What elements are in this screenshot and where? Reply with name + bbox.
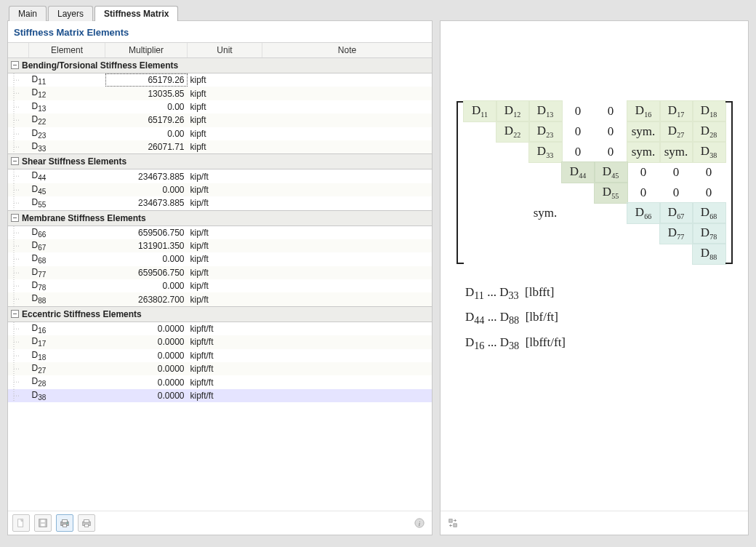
save-button[interactable] [34,514,52,532]
cell-unit: kipft/ft [188,322,262,335]
info-button[interactable]: i [411,515,427,531]
cell-note[interactable] [262,279,433,292]
cell-multiplier[interactable]: 0.0000 [105,335,188,348]
table-row[interactable]: D1165179.26kipft [8,73,432,87]
preview-button[interactable] [56,514,73,532]
table-row[interactable]: D280.0000kipft/ft [8,375,432,388]
matrix-cell [464,162,496,183]
group-header[interactable]: Shear Stiffness Elements [8,154,432,169]
cell-note[interactable] [262,322,433,335]
print-button[interactable] [78,514,95,532]
panel-row: Stiffness Matrix Elements Element Multip… [0,20,756,543]
swap-units-button[interactable] [445,515,461,531]
cell-multiplier[interactable]: 0.00 [105,127,188,140]
col-multiplier[interactable]: Multiplier [105,43,188,58]
col-unit[interactable]: Unit [188,43,262,58]
cell-unit: kip/ft [188,266,262,279]
table-row[interactable]: D77659506.750kip/ft [8,266,432,279]
collapse-toggle-icon[interactable] [11,214,19,222]
cell-multiplier[interactable]: 65179.26 [105,73,188,87]
table-row[interactable]: D380.0000kipft/ft [8,389,432,402]
cell-multiplier[interactable]: 0.0000 [105,362,188,375]
cell-multiplier[interactable]: 659506.750 [105,266,188,279]
cell-note[interactable] [262,239,433,252]
cell-element: D78 [29,279,105,292]
collapse-toggle-icon[interactable] [11,61,19,69]
table-row[interactable]: D180.0000kipft/ft [8,349,432,362]
cell-note[interactable] [262,362,433,375]
cell-note[interactable] [262,375,433,388]
matrix-cell: D27 [660,121,693,142]
cell-multiplier[interactable]: 234673.885 [105,169,188,183]
cell-multiplier[interactable]: 0.0000 [105,322,188,335]
cell-note[interactable] [262,225,433,239]
cell-multiplier[interactable]: 13035.85 [105,87,188,100]
table-row[interactable]: D1213035.85kipft [8,87,432,100]
collapse-toggle-icon[interactable] [11,310,19,318]
cell-multiplier[interactable]: 234673.885 [105,196,188,210]
cell-note[interactable] [262,335,433,348]
cell-multiplier[interactable]: 659506.750 [105,225,188,239]
cell-note[interactable] [262,266,433,279]
table-row[interactable]: D680.000kip/ft [8,252,432,265]
cell-note[interactable] [262,349,433,362]
new-button[interactable] [12,514,30,532]
collapse-toggle-icon[interactable] [11,157,19,165]
svg-rect-51 [84,520,89,523]
table-row[interactable]: D67131901.350kip/ft [8,239,432,252]
svg-point-49 [67,522,68,524]
col-note[interactable]: Note [262,43,433,58]
cell-multiplier[interactable]: 0.0000 [105,349,188,362]
matrix-cell: 0 [595,121,627,142]
cell-note[interactable] [262,100,433,113]
table-row[interactable]: D55234673.885kip/ft [8,196,432,210]
group-header[interactable]: Membrane Stiffness Elements [8,210,432,225]
cell-note[interactable] [262,183,433,196]
table-row[interactable]: D270.0000kipft/ft [8,362,432,375]
cell-multiplier[interactable]: 0.0000 [105,375,188,388]
table-row[interactable]: D44234673.885kip/ft [8,169,432,183]
cell-multiplier[interactable]: 0.0000 [105,389,188,402]
table-row[interactable]: D66659506.750kip/ft [8,225,432,239]
table-row[interactable]: D88263802.700kip/ft [8,292,432,306]
matrix-cell: D23 [529,121,562,142]
cell-note[interactable] [262,252,433,265]
cell-multiplier[interactable]: 0.000 [105,279,188,292]
cell-multiplier[interactable]: 26071.71 [105,140,188,154]
cell-note[interactable] [262,73,433,87]
cell-multiplier[interactable]: 0.000 [105,183,188,196]
table-row[interactable]: D170.0000kipft/ft [8,335,432,348]
col-element[interactable]: Element [29,43,105,58]
matrix-cell: D45 [595,162,627,183]
table-row[interactable]: D160.0000kipft/ft [8,322,432,335]
matrix-cell [562,223,595,244]
group-header[interactable]: Bending/Torsional Stiffness Elements [8,58,432,73]
cell-note[interactable] [262,113,433,127]
matrix-cell: D88 [693,244,725,264]
cell-multiplier[interactable]: 0.00 [105,100,188,113]
table-row[interactable]: D450.000kip/ft [8,183,432,196]
tab-main[interactable]: Main [9,6,47,21]
right-toolbar [441,511,748,535]
cell-note[interactable] [262,87,433,100]
tab-stiffness-matrix[interactable]: Stiffness Matrix [94,6,178,21]
table-row[interactable]: D780.000kip/ft [8,279,432,292]
cell-note[interactable] [262,140,433,154]
table-row[interactable]: D2265179.26kipft [8,113,432,127]
cell-note[interactable] [262,127,433,140]
cell-note[interactable] [262,169,433,183]
table-row[interactable]: D230.00kipft [8,127,432,140]
cell-unit: kipft [188,140,262,154]
cell-note[interactable] [262,389,433,402]
matrix-cell [464,223,496,244]
tab-layers[interactable]: Layers [48,6,93,21]
cell-multiplier[interactable]: 0.000 [105,252,188,265]
table-row[interactable]: D3326071.71kipft [8,140,432,154]
cell-multiplier[interactable]: 65179.26 [105,113,188,127]
cell-multiplier[interactable]: 263802.700 [105,292,188,306]
cell-multiplier[interactable]: 131901.350 [105,239,188,252]
cell-note[interactable] [262,196,433,210]
table-row[interactable]: D130.00kipft [8,100,432,113]
cell-note[interactable] [262,292,433,306]
group-header[interactable]: Eccentric Stiffness Elements [8,306,432,322]
